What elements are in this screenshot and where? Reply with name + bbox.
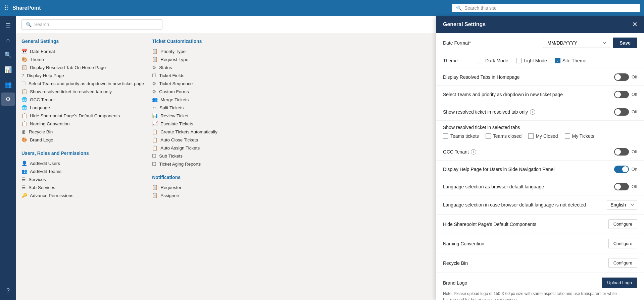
panel-close-button[interactable]: ✕ (632, 21, 637, 28)
sidebar-item-review-ticket[interactable]: 📊Review Ticket (152, 112, 226, 120)
sidebar-item-create-tickets[interactable]: 📋Create Tickets Automatically (152, 128, 226, 136)
sidebar-item-show-resolved[interactable]: 📋Show resolved ticket in resolved tab on… (21, 87, 144, 96)
teams-tickets-checkbox[interactable] (443, 133, 448, 139)
sidebar-item-split-tickets[interactable]: ↔Split Tickets (152, 104, 226, 112)
sidebar-item-auto-assign[interactable]: 📋Auto Assign Tickets (152, 144, 226, 152)
sidebar-item-assignee[interactable]: 📋Assignee (152, 191, 226, 199)
sidebar-item-merge-tickets[interactable]: 👥Merge Tickets (152, 96, 226, 104)
light-mode-option[interactable]: Light Mode (516, 58, 547, 63)
select-teams-toggle-wrapper: Off (614, 91, 637, 98)
inner-search-input[interactable]: 🔍 Search (21, 19, 162, 29)
select-teams-row: Select Teams and priority as dropdown in… (436, 86, 644, 103)
dark-mode-checkbox[interactable] (478, 58, 483, 63)
teams-closed-checkbox[interactable] (486, 133, 491, 139)
my-tickets-checkbox[interactable] (565, 133, 570, 139)
site-theme-checkbox[interactable]: ✓ (555, 58, 560, 63)
sidebar-item-help-page[interactable]: ?Display Help Page (21, 71, 144, 79)
nav-help-icon[interactable]: ? (1, 284, 15, 297)
sidebar-item-sub-services[interactable]: ☰Sub Services (21, 183, 144, 191)
display-resolved-toggle[interactable] (614, 73, 629, 81)
nav-hamburger-icon[interactable]: ☰ (1, 19, 15, 32)
language-default-toggle[interactable] (614, 183, 629, 190)
top-search-placeholder: Search this site (464, 5, 497, 11)
save-button[interactable]: Save (613, 38, 637, 48)
sidebar-item-custom-forms[interactable]: ⚙Custom Forms (152, 87, 226, 96)
create-tickets-icon: 📋 (152, 129, 158, 134)
sidebar-item-status[interactable]: ⚙Status (152, 63, 226, 71)
hide-sharepoint-configure-button[interactable]: Configure (608, 219, 637, 229)
sidebar-item-ticket-aging[interactable]: ☐Ticket Aging Reports (152, 160, 226, 168)
review-ticket-icon: 📊 (152, 113, 158, 118)
sidebar-item-advance-permissions[interactable]: 🔑Advance Permissions (21, 191, 144, 199)
sidebar-item-teams-priority[interactable]: ☐Select Teams and priority as dropdown i… (21, 79, 144, 87)
display-help-toggle[interactable] (614, 166, 629, 173)
sidebar-item-ticket-fields[interactable]: ☐Ticket Fields (152, 71, 226, 79)
sidebar-item-display-resolved[interactable]: 📋Display Resolved Tab On Home Page (21, 63, 144, 71)
nav-home-icon[interactable]: ⌂ (1, 34, 15, 47)
my-tickets-label: My Tickets (572, 133, 594, 139)
language-fallback-row: Language selection in case browser defau… (436, 195, 644, 215)
general-settings-panel: General Settings ✕ Date Format * MM/ (436, 16, 644, 300)
sidebar-item-add-users[interactable]: 👤Add/Edit Users (21, 159, 144, 167)
nav-search-icon[interactable]: 🔍 (1, 48, 15, 62)
my-closed-checkbox[interactable] (528, 133, 534, 139)
show-resolved-toggle[interactable] (614, 108, 629, 116)
sidebar-item-gcc[interactable]: 🌐GCC Tenant (21, 96, 144, 104)
app-launcher-icon[interactable]: ⠿ (4, 4, 8, 12)
teams-closed-checkbox-item[interactable]: Teams closed (486, 133, 522, 139)
sidebar-item-naming[interactable]: 📋Naming Convention (21, 120, 144, 128)
display-help-label: Display Help Page for Users in Side Navi… (443, 167, 614, 172)
top-search-bar[interactable]: 🔍 Search this site (452, 4, 640, 12)
nav-settings-icon[interactable]: ⚙ (1, 93, 15, 106)
sidebar-item-requester[interactable]: 📋Requester (152, 183, 226, 191)
upload-logo-button[interactable]: Upload Logo (602, 278, 637, 288)
naming-convention-configure-button[interactable]: Configure (608, 239, 637, 248)
select-teams-toggle[interactable] (614, 91, 629, 98)
recycle-bin-configure-button[interactable]: Configure (608, 258, 637, 268)
nav-chart-icon[interactable]: 📊 (1, 63, 15, 76)
required-asterisk: * (469, 40, 471, 46)
sidebar-item-date-format[interactable]: 📅Date Format (21, 47, 144, 55)
brand-logo-label: Brand Logo (443, 280, 602, 286)
ticket-customizations-col: Ticket Customizations 📋Priority Type 📋Re… (152, 39, 226, 199)
theme-row: Theme Dark Mode Light Mode ✓ Site Theme (436, 53, 644, 68)
date-format-select[interactable]: MM/DD/YYYY DD/MM/YYYY YYYY/MM/DD (543, 38, 610, 48)
my-closed-checkbox-item[interactable]: My Closed (528, 133, 558, 139)
show-resolved-info-icon[interactable]: i (530, 109, 535, 115)
language-fallback-select[interactable]: English French German Spanish (607, 200, 637, 209)
teams-tickets-checkbox-item[interactable]: Teams tickets (443, 133, 479, 139)
sidebar-item-add-teams[interactable]: 👥Add/Edit Teams (21, 167, 144, 175)
dark-mode-option[interactable]: Dark Mode (478, 58, 508, 63)
light-mode-checkbox[interactable] (516, 58, 522, 63)
show-resolved-toggle-text: Off (632, 109, 637, 114)
sidebar-item-recycle[interactable]: 🗑Recycle Bin (21, 128, 144, 136)
general-settings-title: General Settings (21, 39, 144, 44)
teams-priority-icon: ☐ (21, 81, 26, 86)
language-fallback-label: Language selection in case browser defau… (443, 202, 607, 207)
light-mode-label: Light Mode (524, 58, 547, 63)
site-theme-option[interactable]: ✓ Site Theme (555, 58, 586, 63)
sidebar-item-language[interactable]: 🌐Language (21, 104, 144, 112)
nav-users-icon[interactable]: 👥 (1, 78, 15, 91)
sidebar-item-theme[interactable]: 🎨Theme (21, 55, 144, 63)
my-tickets-checkbox-item[interactable]: My Tickets (565, 133, 594, 139)
sidebar-item-brand-logo[interactable]: 🎨Brand Logo (21, 136, 144, 144)
sidebar-item-ticket-sequence[interactable]: ⚙Ticket Sequence (152, 79, 226, 87)
gcc-tenant-info-icon[interactable]: i (471, 149, 476, 155)
sidebar-item-priority-type[interactable]: 📋Priority Type (152, 47, 226, 55)
gcc-tenant-toggle[interactable] (614, 148, 629, 156)
resolved-checkboxes-group: Teams tickets Teams closed My Closed My … (443, 133, 637, 139)
sidebar-item-escalate-tickets[interactable]: 📈Escalate Tickets (152, 120, 226, 128)
sidebar-item-sub-tickets[interactable]: ☐Sub Tickets (152, 152, 226, 160)
theme-label: Theme (443, 58, 470, 63)
brand-logo-icon: 🎨 (21, 137, 27, 142)
sidebar-item-services[interactable]: ☰Services (21, 175, 144, 183)
ticket-aging-icon: ☐ (152, 161, 156, 167)
sidebar-item-hide-sharepoint[interactable]: 📋Hide Sharepoint Page's Default Componen… (21, 112, 144, 120)
panel-body: Date Format * MM/DD/YYYY DD/MM/YYYY YYYY… (436, 33, 644, 300)
custom-forms-icon: ⚙ (152, 89, 156, 94)
sidebar-item-request-type[interactable]: 📋Request Type (152, 55, 226, 63)
gcc-icon: 🌐 (21, 97, 27, 102)
display-resolved-toggle-wrapper: Off (614, 73, 637, 81)
sidebar-item-auto-close[interactable]: 📋Auto Close Tickets (152, 136, 226, 144)
